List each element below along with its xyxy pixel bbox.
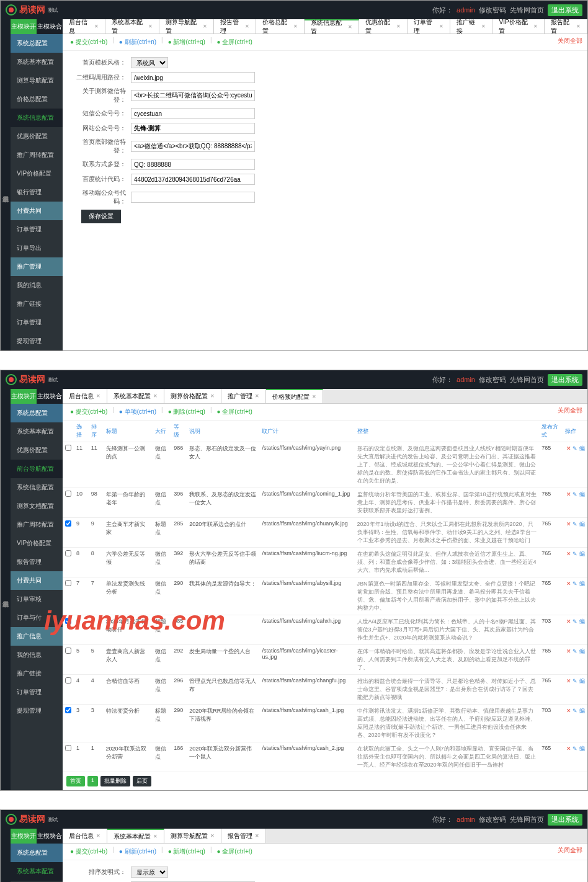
table-header[interactable]: 说明 — [187, 421, 259, 442]
form-select[interactable]: 系统风格 — [131, 57, 168, 68]
sidebar-item[interactable]: 提现管理 — [11, 332, 63, 350]
sidebar-item[interactable]: 优惠价配置 — [11, 127, 63, 146]
delete-icon[interactable]: ✕ — [566, 581, 571, 587]
form-input[interactable] — [131, 90, 255, 101]
form-input[interactable] — [131, 123, 255, 134]
form-input[interactable] — [131, 108, 255, 119]
tab-close-icon[interactable]: ✕ — [245, 24, 249, 29]
tab[interactable]: 价格总配置 ✕ — [256, 19, 305, 33]
table-header[interactable]: 操作 — [563, 421, 587, 442]
delete-icon[interactable]: ✕ — [566, 648, 571, 654]
row-checkbox[interactable] — [65, 648, 71, 654]
tab[interactable]: 价格预约配置 ✕ — [266, 389, 323, 403]
table-header[interactable]: 大行 — [153, 421, 171, 442]
delete-icon[interactable]: ✕ — [566, 678, 571, 684]
sidebar-item[interactable]: 我的信息 — [11, 646, 63, 664]
form-select[interactable]: 显示原式无反 — [131, 866, 168, 878]
sidebar-item[interactable]: 订单管理 — [11, 683, 63, 702]
table-header[interactable]: 发布方式 — [539, 421, 563, 442]
sidebar-item[interactable]: 系统信息配置 — [11, 109, 63, 127]
sidebar-expand[interactable]: 主模块开 — [11, 389, 37, 404]
save-button[interactable]: 保存设置 — [81, 210, 121, 223]
tab[interactable]: 系统基本配置 ✕ — [107, 829, 164, 843]
tab[interactable]: 后台信息 ✕ — [63, 389, 107, 403]
link-home[interactable]: 先锋网首页 — [510, 6, 544, 15]
table-header[interactable] — [63, 421, 74, 442]
tab-close-icon[interactable]: ✕ — [96, 393, 100, 399]
sidebar-item[interactable]: 前台导航配置 — [11, 460, 63, 478]
action-button[interactable]: ● 刷新(ctrl+n) — [117, 846, 159, 857]
sidebar-item[interactable]: 订单审核 — [11, 590, 63, 608]
edit-icon[interactable]: ✎ 编 — [572, 746, 585, 752]
form-input[interactable] — [131, 174, 255, 185]
tab[interactable]: 订单管理 ✕ — [408, 19, 450, 33]
logout-button[interactable]: 退出系统 — [548, 374, 582, 386]
row-checkbox[interactable] — [65, 520, 71, 527]
action-button[interactable]: ● 全屏(ctrl+t) — [214, 846, 254, 857]
tab-close-icon[interactable]: ✕ — [439, 24, 443, 29]
sidebar-item[interactable]: VIP价格配置 — [11, 164, 63, 183]
sidebar-item[interactable]: 我的消息 — [11, 276, 63, 295]
tab-close-icon[interactable]: ✕ — [312, 394, 316, 399]
sidebar-item[interactable]: 推广周转配置 — [11, 146, 63, 164]
admin-name[interactable]: admin — [457, 816, 475, 823]
sidebar-item[interactable]: 订单与付 — [11, 608, 63, 627]
sidebar-item[interactable]: 付费共同 — [11, 571, 63, 590]
sidebar-item[interactable]: 系统总配置 — [11, 34, 63, 53]
sidebar-item[interactable]: 价格总配置 — [11, 90, 63, 109]
delete-icon[interactable]: ✕ — [566, 618, 571, 625]
action-button[interactable]: ● 全屏(ctrl+t) — [214, 406, 254, 417]
link-home[interactable]: 先锋网首页 — [510, 375, 544, 385]
tab-close-icon[interactable]: ✕ — [94, 24, 99, 29]
edit-icon[interactable]: ✎ 编 — [572, 521, 585, 527]
sidebar-collapse[interactable]: 主模块合 — [37, 19, 63, 34]
form-input[interactable] — [131, 72, 255, 83]
edit-icon[interactable]: ✎ 编 — [572, 551, 585, 557]
page-button[interactable]: 批量删除 — [100, 776, 130, 786]
table-header[interactable]: 标题 — [104, 421, 153, 442]
tab-close-icon[interactable]: ✕ — [396, 24, 401, 29]
tab-close-icon[interactable]: ✕ — [210, 833, 215, 839]
tab[interactable]: 推广链接 ✕ — [450, 19, 493, 33]
delete-icon[interactable]: ✕ — [566, 746, 571, 752]
sidebar-item[interactable]: 订单管理 — [11, 313, 63, 332]
edit-icon[interactable]: ✎ 编 — [572, 648, 585, 654]
edit-icon[interactable]: ✎ 编 — [572, 678, 585, 684]
close-all-button[interactable]: 关闭全部 — [558, 37, 582, 48]
tab-close-icon[interactable]: ✕ — [210, 393, 215, 399]
table-header[interactable]: 排序 — [89, 421, 104, 442]
sidebar-item[interactable]: 测算导航配置 — [11, 71, 63, 90]
sidebar-item[interactable]: 订单导出 — [11, 239, 63, 257]
sidebar-item[interactable]: 报告管理 — [11, 553, 63, 571]
tab-close-icon[interactable]: ✕ — [576, 24, 581, 29]
sidebar-item[interactable]: 推广信息 — [11, 627, 63, 646]
action-button[interactable]: ● 提交(ctrl+b) — [68, 406, 110, 417]
sidebar-item[interactable]: 推广周转配置 — [11, 515, 63, 534]
table-header[interactable]: 选择 — [74, 421, 89, 442]
sidebar-item[interactable]: 优惠价配置 — [11, 441, 63, 460]
row-checkbox[interactable] — [65, 550, 71, 556]
table-header[interactable]: 取广计 — [259, 421, 354, 442]
sidebar-item[interactable]: 系统基本配置 — [11, 422, 63, 441]
sidebar-item[interactable]: 系统信息配置 — [11, 478, 63, 497]
sidebar-expand[interactable]: 主模块开 — [11, 19, 37, 34]
edit-icon[interactable]: ✎ 编 — [572, 445, 585, 452]
sidebar-collapse[interactable]: 主模块合 — [37, 389, 63, 404]
logout-button[interactable]: 退出系统 — [548, 814, 582, 826]
sidebar-item[interactable]: 付费共同 — [11, 202, 63, 220]
tab[interactable]: 测算导航配置 ✕ — [164, 829, 221, 843]
logout-button[interactable]: 退出系统 — [548, 4, 582, 16]
sidebar-expand[interactable]: 主模块开 — [11, 829, 37, 844]
sidebar-item[interactable]: 提现管理 — [11, 702, 63, 720]
tab-close-icon[interactable]: ✕ — [348, 24, 352, 30]
row-checkbox[interactable] — [65, 677, 71, 684]
row-checkbox[interactable] — [65, 580, 71, 586]
action-button[interactable]: ● 新增(ctrl+q) — [166, 37, 208, 48]
action-button[interactable]: ● 提交(ctrl+b) — [68, 846, 110, 857]
tab[interactable]: 优惠价配置 ✕ — [359, 19, 408, 33]
admin-name[interactable]: admin — [457, 376, 475, 383]
delete-icon[interactable]: ✕ — [566, 551, 571, 557]
tab[interactable]: 系统基本配置 ✕ — [105, 19, 159, 33]
tab[interactable]: 系统信息配置 ✕ — [305, 19, 359, 33]
sidebar-item[interactable]: 系统基本配置 — [11, 862, 63, 881]
